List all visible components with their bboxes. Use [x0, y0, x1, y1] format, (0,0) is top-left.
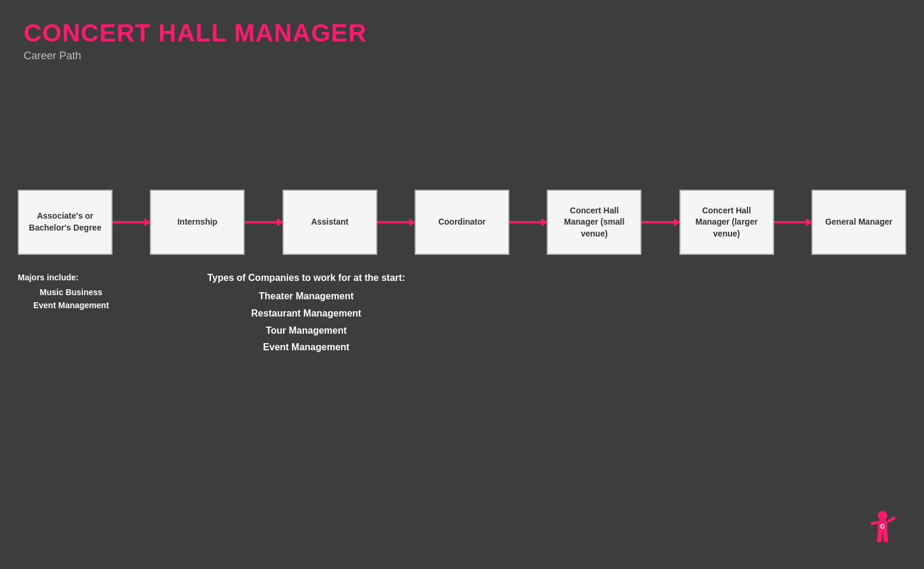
companies-list: Theater Management Restaurant Management… [207, 288, 405, 356]
company-item: Restaurant Management [207, 305, 405, 322]
arrow-3 [377, 221, 415, 223]
career-path-section: Associate's or Bachelor's Degree Interns… [18, 190, 906, 255]
page-title: CONCERT HALL MANAGER [24, 19, 900, 47]
arrow-2 [245, 221, 282, 223]
box-general: General Manager [811, 190, 906, 255]
header: CONCERT HALL MANAGER Career Path [0, 0, 924, 62]
box-manager-large: Concert Hall Manager (larger venue) [679, 190, 774, 255]
box-internship: Internship [150, 190, 245, 255]
major-item: Event Management [18, 299, 124, 312]
box-assistant: Assistant [283, 190, 377, 255]
major-item: Music Business [18, 286, 124, 299]
info-section: Majors include: Music Business Event Man… [18, 273, 906, 356]
majors-list: Music Business Event Management [18, 286, 124, 312]
company-item: Tour Management [207, 322, 405, 340]
box-coordinator: Coordinator [415, 190, 509, 255]
flowchart: Associate's or Bachelor's Degree Interns… [18, 190, 906, 255]
majors-block: Majors include: Music Business Event Man… [18, 273, 124, 356]
page-subtitle: Career Path [24, 50, 900, 62]
svg-rect-5 [883, 532, 888, 543]
arrow-4 [509, 221, 547, 223]
box-degree: Associate's or Bachelor's Degree [18, 190, 113, 255]
companies-block: Types of Companies to work for at the st… [207, 273, 405, 356]
arrow-1 [113, 221, 150, 223]
majors-label: Majors include: [18, 273, 124, 282]
company-item: Event Management [207, 339, 405, 356]
company-item: Theater Management [207, 288, 405, 305]
arrow-5 [641, 221, 679, 223]
companies-label: Types of Companies to work for at the st… [207, 273, 405, 283]
svg-point-0 [878, 511, 887, 520]
svg-rect-2 [871, 521, 878, 525]
box-manager-small: Concert Hall Manager (small venue) [547, 190, 641, 255]
arrow-6 [774, 221, 811, 223]
svg-rect-4 [877, 532, 883, 543]
svg-rect-3 [887, 516, 896, 523]
logo: G [865, 510, 900, 551]
svg-text:G: G [880, 523, 885, 530]
